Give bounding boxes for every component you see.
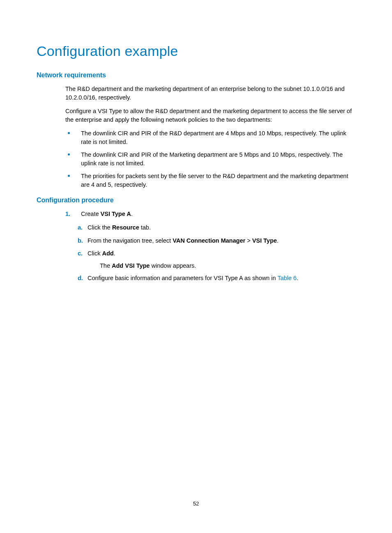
- substep-text: Configure basic information and paramete…: [88, 273, 357, 283]
- section-heading-configuration-procedure: Configuration procedure: [37, 197, 357, 204]
- procedure: 1. Create VSI Type A. a. Click the Resou…: [65, 210, 357, 284]
- text: Click: [88, 250, 102, 257]
- substep-c: c. Click Add.: [78, 248, 357, 259]
- substep-a: a. Click the Resource tab.: [78, 222, 357, 233]
- step-1: 1. Create VSI Type A.: [65, 210, 357, 218]
- bullet-list: The downlink CIR and PIR of the R&D depa…: [65, 129, 357, 189]
- substep-text: From the navigation tree, select VAN Con…: [88, 236, 357, 246]
- substep-label: b.: [78, 236, 88, 246]
- text: Create: [81, 211, 101, 217]
- bold-text: VSI Type: [252, 237, 277, 244]
- substep-label: c.: [78, 248, 88, 259]
- substep-b: b. From the navigation tree, select VAN …: [78, 236, 357, 246]
- paragraph: The R&D department and the marketing dep…: [65, 85, 357, 102]
- bold-text: VAN Connection Manager: [173, 237, 245, 244]
- text: window appears.: [150, 262, 196, 269]
- substep-label: d.: [78, 273, 88, 283]
- substep-note: The Add VSI Type window appears.: [100, 261, 357, 271]
- document-page: Configuration example Network requiremen…: [0, 0, 392, 284]
- text: .: [131, 211, 133, 217]
- bold-text: VSI Type A: [101, 211, 131, 217]
- bold-text: Resource: [112, 224, 139, 231]
- section-body: The R&D department and the marketing dep…: [65, 85, 357, 189]
- step-number: 1.: [65, 210, 81, 218]
- bullet-item: The downlink CIR and PIR of the Marketin…: [65, 151, 357, 168]
- text: .: [114, 250, 115, 257]
- page-number: 52: [0, 501, 392, 507]
- substep-text: Click the Resource tab.: [88, 222, 357, 233]
- text: tab.: [139, 224, 151, 231]
- text: >: [245, 237, 252, 244]
- paragraph: Configure a VSI Type to allow the R&D de…: [65, 107, 357, 124]
- link-text[interactable]: Table 6: [277, 275, 297, 281]
- bullet-item: The downlink CIR and PIR of the R&D depa…: [65, 129, 357, 146]
- bold-text: Add VSI Type: [112, 262, 150, 269]
- substeps: a. Click the Resource tab. b. From the n…: [78, 222, 357, 284]
- text: Configure basic information and paramete…: [88, 275, 277, 281]
- section-heading-network-requirements: Network requirements: [37, 72, 357, 79]
- step-text: Create VSI Type A.: [81, 210, 133, 218]
- page-title: Configuration example: [37, 43, 357, 59]
- substep-text: Click Add.: [88, 248, 357, 259]
- bold-text: Add: [102, 250, 113, 257]
- text: The: [100, 262, 112, 269]
- substep-d: d. Configure basic information and param…: [78, 273, 357, 283]
- text: Click the: [88, 224, 112, 231]
- substep-label: a.: [78, 222, 88, 233]
- bullet-item: The priorities for packets sent by the f…: [65, 172, 357, 189]
- text: .: [297, 275, 298, 281]
- text: .: [277, 237, 279, 244]
- text: From the navigation tree, select: [88, 237, 173, 244]
